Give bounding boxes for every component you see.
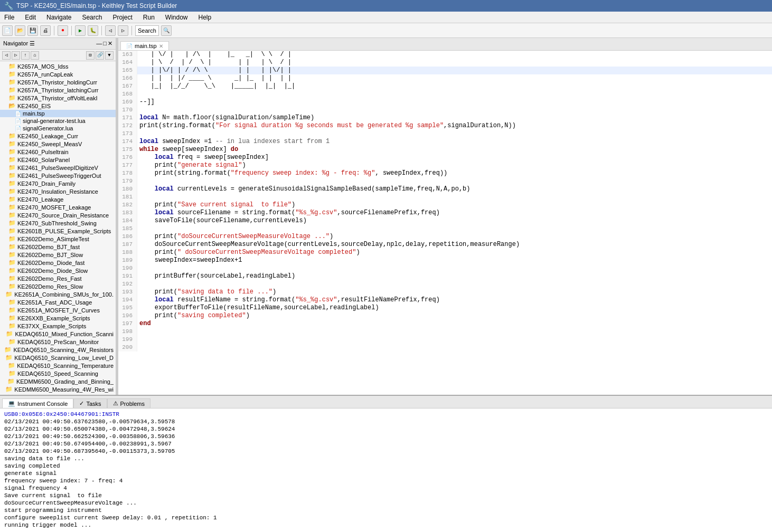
nav-btn-up[interactable]: ↑ bbox=[21, 51, 30, 60]
tree-item[interactable]: 📁KE2651A_Combining_SMUs_for_100. bbox=[0, 290, 116, 298]
tree-item[interactable]: 📁K2657A_MOS_Idss bbox=[0, 62, 116, 70]
line-content[interactable]: local sourceFilename = string.format("%s… bbox=[137, 209, 772, 217]
tree-item[interactable]: 📁KE2450_SweepI_MeasV bbox=[0, 140, 116, 148]
line-content[interactable]: local freq = sweep[sweepIndex] bbox=[137, 154, 772, 162]
tree-item[interactable]: 📁KE2461_PulseSweepTriggerOut bbox=[0, 172, 116, 179]
tree-item[interactable]: 📁KE2602Demo_BJT_fast bbox=[0, 243, 116, 251]
tree-item[interactable]: 📁K2657A_runCapLeak bbox=[0, 70, 116, 78]
line-content[interactable]: | \/ | | /\ | |_ _| \ \ / | bbox=[137, 51, 772, 59]
nav-btn-link[interactable]: 🔗 bbox=[96, 51, 104, 60]
tree-item[interactable]: 📁KE2602Demo_Diode_Slow bbox=[0, 267, 116, 274]
tab-problems[interactable]: ⚠ Problems bbox=[107, 398, 150, 408]
line-content[interactable]: | \ / | / \ | | | | \ / | bbox=[137, 59, 772, 66]
toolbar-run[interactable]: ▶ bbox=[75, 25, 86, 36]
menu-navigate[interactable]: Navigate bbox=[44, 13, 73, 22]
tree-item[interactable]: 📁KEDMM6500_Grading_and_Binning_ bbox=[0, 377, 116, 385]
line-content[interactable]: print("saving completed") bbox=[137, 312, 772, 320]
tree-item[interactable]: 📁KE2461_PulseSweepIDigitizeV bbox=[0, 164, 116, 172]
tree-item[interactable]: 📁KE2470_MOSFET_Leakage bbox=[0, 203, 116, 211]
menu-help[interactable]: Help bbox=[196, 13, 214, 22]
search-box[interactable]: Search bbox=[135, 25, 159, 36]
tree-item[interactable]: 📁KE2651A_MOSFET_IV_Curves bbox=[0, 306, 116, 314]
editor-tab-main[interactable]: 📄 main.tsp ✕ bbox=[120, 41, 169, 50]
line-content[interactable] bbox=[137, 177, 772, 185]
tree-item[interactable]: 📂KE2450_EIS bbox=[0, 102, 116, 110]
toolbar-back[interactable]: ◁ bbox=[105, 25, 116, 36]
nav-btn-home[interactable]: ⌂ bbox=[31, 51, 39, 60]
tree-item[interactable]: 📁KEDAQ6510_Mixed_Function_Scanni bbox=[0, 330, 116, 338]
line-content[interactable] bbox=[137, 336, 772, 344]
tree-item[interactable]: 📁KE2602Demo_BJT_Slow bbox=[0, 251, 116, 259]
tree-item[interactable]: 📁KEDAQ6510_PreScan_Monitor bbox=[0, 338, 116, 346]
line-content[interactable]: | |\/| | / /\ \ | | | |\/| | bbox=[137, 66, 772, 74]
nav-maximize[interactable]: □ bbox=[103, 40, 107, 47]
line-content[interactable]: | | | |/ ____ \ _| |_ | | | | bbox=[137, 74, 772, 82]
menu-run[interactable]: Run bbox=[141, 13, 157, 22]
menu-edit[interactable]: Edit bbox=[23, 13, 38, 22]
tree-item[interactable]: 📁KE2602Demo_Res_Fast bbox=[0, 274, 116, 282]
tree-item[interactable]: 📁KE2470_Insulation_Resistance bbox=[0, 187, 116, 195]
tree-item[interactable]: 📁KE2470_Source_Drain_Resistance bbox=[0, 211, 116, 219]
toolbar-stop[interactable]: ● bbox=[58, 25, 68, 36]
toolbar-debug[interactable]: 🐛 bbox=[88, 25, 98, 36]
toolbar-print[interactable]: 🖨 bbox=[40, 25, 51, 36]
menu-project[interactable]: Project bbox=[110, 13, 134, 22]
tab-tasks[interactable]: ✓ Tasks bbox=[73, 398, 107, 408]
tree-item[interactable]: 📁KE37XX_Example_Scripts bbox=[0, 322, 116, 330]
nav-btn-collapse[interactable]: ⊟ bbox=[86, 51, 95, 60]
line-content[interactable]: doSourceCurrentSweepMeasureVoltage(curre… bbox=[137, 241, 772, 249]
line-content[interactable]: print(string.format("For signal duration… bbox=[137, 122, 772, 130]
toolbar-open[interactable]: 📂 bbox=[15, 25, 25, 36]
tab-close-btn[interactable]: ✕ bbox=[159, 43, 163, 49]
tree-item[interactable]: 📁KEDAQ6510_Scanning_Low_Level_D bbox=[0, 354, 116, 362]
tree-item[interactable]: 📁KE2601B_PULSE_Example_Scripts bbox=[0, 227, 116, 235]
line-content[interactable] bbox=[137, 328, 772, 336]
line-content[interactable] bbox=[137, 264, 772, 272]
tree-item[interactable]: 📁KE26XXB_Example_Scripts bbox=[0, 314, 116, 322]
line-content[interactable]: while sweep[sweepIndex] do bbox=[137, 146, 772, 154]
tree-item[interactable]: 📁K2657A_Thyristor_offVoltLeakI bbox=[0, 94, 116, 102]
tree-item[interactable]: 📁KE2470_SubThreshold_Swing bbox=[0, 219, 116, 227]
line-content[interactable]: --]] bbox=[137, 98, 772, 106]
toolbar-new[interactable]: 📄 bbox=[2, 25, 13, 36]
tree-item[interactable]: 📁K2657A_Thyristor_holdingCurr bbox=[0, 78, 116, 86]
line-content[interactable]: local sweepIndex =1 -- in lua indexes st… bbox=[137, 138, 772, 146]
toolbar-search-btn[interactable]: 🔍 bbox=[161, 25, 172, 36]
line-content[interactable] bbox=[137, 130, 772, 138]
line-content[interactable] bbox=[137, 280, 772, 288]
tree-item[interactable]: 📄signal-generator-test.lua bbox=[0, 117, 116, 125]
line-content[interactable]: exportBufferToFile(resultFileName,source… bbox=[137, 304, 772, 312]
tree-item[interactable]: 📁KEDAQ6510_Speed_Scanning bbox=[0, 369, 116, 377]
line-content[interactable]: |_| |_/_/ \_\ |_____| |_| |_| bbox=[137, 82, 772, 90]
tree-item[interactable]: 📁KE2602Demo_Res_Slow bbox=[0, 282, 116, 290]
tree-item[interactable]: 📁KE2460_Pulseltrain bbox=[0, 148, 116, 156]
line-content[interactable] bbox=[137, 225, 772, 233]
line-content[interactable] bbox=[137, 106, 772, 114]
tree-item[interactable]: 📁KE2470_Drain_Family bbox=[0, 179, 116, 187]
toolbar-forward[interactable]: ▷ bbox=[118, 25, 128, 36]
line-content[interactable] bbox=[137, 90, 772, 98]
tree-item[interactable]: 📁KE2450_Leakage_Curr bbox=[0, 132, 116, 140]
nav-close[interactable]: ✕ bbox=[108, 40, 112, 47]
line-content[interactable] bbox=[137, 344, 772, 352]
code-area[interactable]: 163 | \/ | | /\ | |_ _| \ \ / |164 | \ /… bbox=[118, 51, 772, 395]
tree-item[interactable]: 📁KE2602Demo_Diode_fast bbox=[0, 259, 116, 267]
menu-file[interactable]: File bbox=[2, 13, 16, 22]
nav-btn-menu[interactable]: ▼ bbox=[105, 51, 114, 60]
line-content[interactable] bbox=[137, 193, 772, 201]
line-content[interactable]: local currentLevels = generateSinusoidal… bbox=[137, 185, 772, 193]
tree-item[interactable]: 📁KE2651A_Fast_ADC_Usage bbox=[0, 298, 116, 306]
toolbar-save[interactable]: 💾 bbox=[27, 25, 38, 36]
tree-item[interactable]: 📁KEDAQ6510_Scanning_4W_Resistors bbox=[0, 346, 116, 354]
tab-instrument-console[interactable]: 💻 Instrument Console bbox=[2, 398, 73, 408]
line-content[interactable]: local resultFileName = string.format("%s… bbox=[137, 296, 772, 304]
line-content[interactable]: print("generate signal") bbox=[137, 162, 772, 169]
tree-item[interactable]: 📄signalGenerator.lua bbox=[0, 125, 116, 132]
line-content[interactable]: end bbox=[137, 320, 772, 328]
nav-btn-back[interactable]: ◁ bbox=[2, 51, 11, 60]
line-content[interactable]: local N= math.floor(signalDuration/sampl… bbox=[137, 114, 772, 122]
menu-search[interactable]: Search bbox=[80, 13, 104, 22]
line-content[interactable]: print("Save current signal to file") bbox=[137, 201, 772, 209]
tree-item[interactable]: 📄main.tsp bbox=[0, 110, 116, 117]
nav-minimize[interactable]: — bbox=[96, 40, 102, 47]
